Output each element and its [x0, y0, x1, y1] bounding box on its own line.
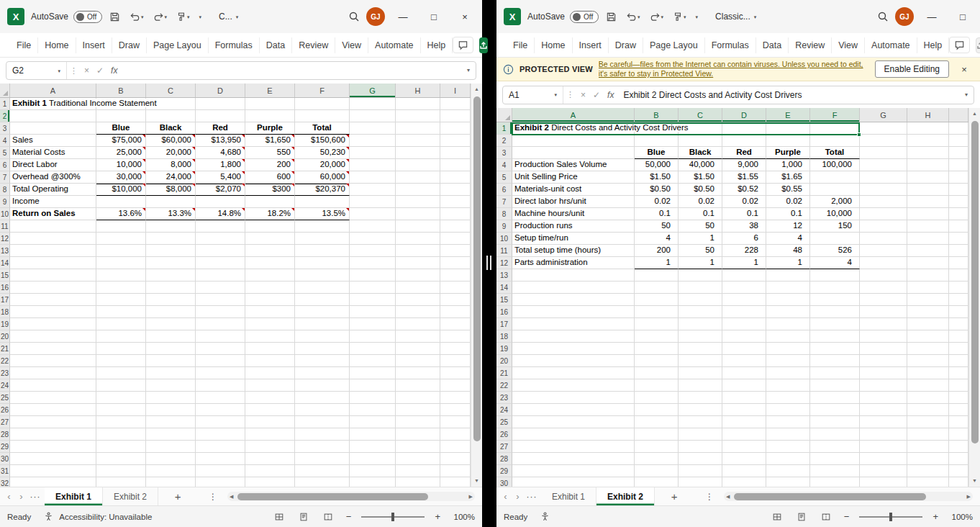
- ribbon-tab-automate[interactable]: Automate: [865, 37, 917, 53]
- cell-E17[interactable]: [766, 318, 810, 330]
- cell-E7[interactable]: 0.02: [766, 196, 810, 208]
- cell-A2[interactable]: [512, 135, 635, 147]
- cell-H31[interactable]: [396, 465, 440, 477]
- cell-F12[interactable]: 4: [810, 257, 860, 269]
- cell-F9[interactable]: 150: [810, 220, 860, 233]
- cell-D22[interactable]: [722, 379, 766, 392]
- cell-B25[interactable]: [635, 416, 679, 428]
- cell-F22[interactable]: [295, 355, 350, 367]
- format-painter-button[interactable]: ▾: [671, 10, 689, 23]
- cell-D13[interactable]: [196, 245, 245, 257]
- cell-H23[interactable]: [907, 392, 949, 404]
- cell-C24[interactable]: [146, 379, 196, 392]
- zoom-in-button[interactable]: +: [432, 511, 443, 522]
- row-header-32[interactable]: 32: [0, 477, 10, 487]
- cell-H28[interactable]: [396, 428, 440, 441]
- cell-C31[interactable]: [146, 465, 196, 477]
- column-header-G[interactable]: G: [860, 108, 907, 122]
- cell-F14[interactable]: [295, 257, 350, 269]
- cell-D24[interactable]: [196, 379, 245, 392]
- ribbon-tab-insert[interactable]: Insert: [573, 37, 609, 53]
- cell-E11[interactable]: [245, 220, 295, 233]
- cell-A27[interactable]: [512, 441, 635, 453]
- cell-C32[interactable]: [146, 477, 196, 487]
- cell-B15[interactable]: [96, 269, 146, 281]
- cell-x13[interactable]: [949, 269, 968, 281]
- cell-C9[interactable]: 50: [679, 220, 722, 233]
- cell-E23[interactable]: [766, 392, 810, 404]
- cell-D6[interactable]: 1,800: [196, 159, 245, 171]
- formula-bar-handle[interactable]: ⋮: [67, 66, 81, 76]
- cell-A7[interactable]: Overhead @300%: [10, 171, 96, 184]
- cell-H30[interactable]: [907, 477, 949, 487]
- cell-G26[interactable]: [860, 428, 907, 441]
- cell-F3[interactable]: Total: [810, 147, 860, 159]
- cell-A15[interactable]: [10, 269, 96, 281]
- cell-I8[interactable]: [440, 184, 471, 196]
- cell-E27[interactable]: [766, 441, 810, 453]
- cell-C7[interactable]: 24,000: [146, 171, 196, 184]
- cell-x30[interactable]: [949, 477, 968, 487]
- cell-D5[interactable]: $1.55: [722, 171, 766, 184]
- cell-C10[interactable]: 1: [679, 233, 722, 245]
- row-header-22[interactable]: 22: [496, 379, 512, 392]
- cell-F5[interactable]: [810, 171, 860, 184]
- cell-G6[interactable]: [860, 184, 907, 196]
- sheet-options-button[interactable]: ⋮: [702, 492, 717, 502]
- customize-qat-button[interactable]: ▾: [197, 13, 204, 21]
- cell-x18[interactable]: [949, 330, 968, 343]
- cell-H25[interactable]: [907, 416, 949, 428]
- horizontal-scroll-thumb[interactable]: [734, 493, 926, 500]
- row-header-29[interactable]: 29: [0, 441, 10, 453]
- row-header-25[interactable]: 25: [0, 392, 10, 404]
- cell-I7[interactable]: [440, 171, 471, 184]
- cell-G2[interactable]: [860, 135, 907, 147]
- cell-H17[interactable]: [907, 318, 949, 330]
- expand-formula-bar-icon[interactable]: ▾: [461, 68, 476, 73]
- autosave-toggle[interactable]: Off: [73, 11, 102, 23]
- cell-A2[interactable]: [10, 110, 96, 122]
- ribbon-tab-view[interactable]: View: [335, 37, 368, 53]
- cell-A19[interactable]: [512, 343, 635, 355]
- cell-H6[interactable]: [396, 159, 440, 171]
- cell-E8[interactable]: $300: [245, 184, 295, 196]
- autosave-toggle[interactable]: Off: [570, 11, 599, 23]
- window-split-handle[interactable]: [484, 256, 493, 270]
- cell-G23[interactable]: [860, 392, 907, 404]
- cell-D10[interactable]: 6: [722, 233, 766, 245]
- cell-C13[interactable]: [679, 269, 722, 281]
- cell-B12[interactable]: [96, 233, 146, 245]
- ribbon-tab-data[interactable]: Data: [260, 37, 292, 53]
- cell-D7[interactable]: 0.02: [722, 196, 766, 208]
- page-break-view-icon[interactable]: [817, 510, 835, 523]
- cell-E20[interactable]: [245, 330, 295, 343]
- cell-G14[interactable]: [860, 281, 907, 294]
- cell-B20[interactable]: [96, 330, 146, 343]
- cell-A9[interactable]: Production runs: [512, 220, 635, 233]
- row-header-11[interactable]: 11: [0, 220, 10, 233]
- cell-C30[interactable]: [679, 477, 722, 487]
- cell-I6[interactable]: [440, 159, 471, 171]
- cell-F3[interactable]: Total: [295, 122, 350, 135]
- row-header-24[interactable]: 24: [496, 404, 512, 416]
- cell-x28[interactable]: [949, 453, 968, 465]
- cell-H2[interactable]: [907, 135, 949, 147]
- cell-B21[interactable]: [635, 367, 679, 379]
- column-header-B[interactable]: B: [96, 84, 146, 97]
- cell-C25[interactable]: [679, 416, 722, 428]
- cell-x19[interactable]: [949, 343, 968, 355]
- cell-H23[interactable]: [396, 367, 440, 379]
- cell-G19[interactable]: [350, 318, 396, 330]
- column-header-E[interactable]: E: [766, 108, 810, 122]
- select-all-button[interactable]: [496, 108, 512, 122]
- cell-B3[interactable]: Blue: [96, 122, 146, 135]
- scroll-left-icon[interactable]: ◀: [726, 494, 730, 499]
- zoom-slider[interactable]: [361, 516, 425, 518]
- cell-E15[interactable]: [245, 269, 295, 281]
- cell-H9[interactable]: [907, 220, 949, 233]
- cell-C11[interactable]: [146, 220, 196, 233]
- cell-B9[interactable]: 50: [635, 220, 679, 233]
- zoom-level[interactable]: 100%: [947, 513, 973, 521]
- document-title[interactable]: C... ▾: [219, 12, 238, 22]
- row-header-20[interactable]: 20: [496, 355, 512, 367]
